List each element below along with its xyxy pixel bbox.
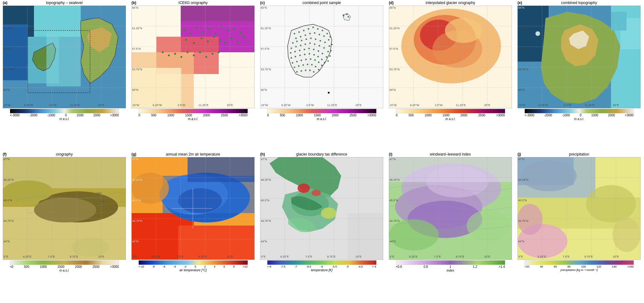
svg-point-126 [323,47,325,49]
colorbar-f-labels: <0 500 1000 1500 2000 2500 >3000 [10,265,119,268]
svg-point-377 [586,185,636,222]
top-row: (a) topography – sealevel [0,0,644,152]
colorbar-a: <-3000 -2000 -1000 0 1000 2000 >3000 m a… [3,109,126,121]
svg-text:20°E: 20°E [484,104,490,107]
colorbar-d-unit: m a.s.l. [445,117,455,121]
svg-text:57.5°N: 57.5°N [261,47,270,50]
svg-text:50°N: 50°N [3,88,10,91]
svg-point-135 [318,50,319,52]
svg-text:6.25°W: 6.25°W [281,104,291,107]
panel-h: (h) glacier boundary tas difference [257,152,386,272]
svg-text:57.5°N: 57.5°N [518,47,527,50]
svg-text:7.5°E: 7.5°E [48,255,55,258]
panel-a-label: (a) [3,1,7,5]
panel-b-label: (b) [131,1,136,5]
svg-point-157 [298,65,300,67]
colorbar-c-unit: m a.s.l. [317,117,327,121]
svg-text:61.25°N: 61.25°N [518,27,528,30]
map-f-svg: 2000 3000 47°N 46.25°N 45.5°N [3,157,126,260]
svg-rect-287 [188,157,255,182]
svg-text:8.75°E: 8.75°E [456,255,464,258]
map-b: 65°N 61.25°N 57.5°N 53.75°N 50°N 15°W 6.… [131,6,255,108]
svg-point-92 [298,31,300,33]
colorbar-j: <20 40 60 80 100 120 140 >160 precipitat… [518,260,641,272]
svg-rect-278 [10,260,119,265]
svg-text:6.25°E: 6.25°E [23,255,31,258]
svg-point-96 [317,28,319,30]
svg-text:44°N: 44°N [389,240,396,243]
svg-point-47 [185,39,187,41]
svg-text:2.5°W: 2.5°W [178,104,185,107]
svg-rect-8 [46,30,81,86]
svg-text:65°N: 65°N [3,6,10,9]
svg-text:47°N: 47°N [518,158,524,161]
svg-point-37 [184,30,185,31]
svg-point-154 [318,62,320,63]
svg-text:47°N: 47°N [132,158,138,161]
svg-point-101 [300,36,302,38]
svg-rect-282 [178,226,255,260]
svg-text:5°E: 5°E [390,255,394,258]
svg-text:5°E: 5°E [4,255,8,258]
panel-c-label: (c) [260,1,265,5]
svg-point-111 [301,40,303,41]
svg-point-168 [343,15,345,16]
svg-rect-398 [525,260,634,265]
svg-point-155 [321,65,323,66]
panel-h-title: glacier boundary tas difference [260,152,383,157]
colorbar-b-unit: m a.s.l. [188,117,198,121]
panel-f: (f) orography [0,152,129,272]
svg-text:5°E: 5°E [132,255,137,258]
panel-f-title: orography [3,152,126,157]
svg-text:61.25°N: 61.25°N [3,27,14,30]
panel-j-title: precipitation [518,152,641,157]
svg-text:46.25°N: 46.25°N [132,178,142,181]
svg-text:10°E: 10°E [613,255,619,258]
colorbar-c: 0 500 1000 1500 2000 2500 >3000 m a.s.l. [260,109,383,121]
colorbar-a-svg [10,109,119,113]
svg-point-132 [304,49,305,50]
svg-text:61.25°N: 61.25°N [261,27,271,30]
colorbar-g-unit: air temperature [°C] [179,268,207,272]
svg-text:11.25°E: 11.25°E [584,104,594,107]
svg-text:2.5°W: 2.5°W [564,104,571,107]
svg-text:2.5°W: 2.5°W [435,104,443,107]
svg-point-46 [240,31,241,33]
svg-text:65°N: 65°N [261,6,267,9]
svg-point-113 [310,38,312,39]
svg-point-129 [290,52,292,54]
svg-point-109 [292,42,294,44]
svg-text:11.25°E: 11.25°E [327,104,337,107]
svg-point-49 [201,37,203,39]
svg-text:47°N: 47°N [389,158,396,161]
svg-point-158 [303,64,304,66]
svg-text:6.25°E: 6.25°E [152,255,160,258]
map-a: 65°N 61.25°N 57.5°N 53.75°N 50°N 15°W 6.… [3,6,126,108]
svg-rect-339 [267,260,376,265]
svg-text:6.25°W: 6.25°W [153,104,162,107]
svg-rect-2 [3,24,28,80]
svg-point-51 [213,36,215,38]
svg-text:53.75°N: 53.75°N [261,68,271,71]
colorbar-i-unit: index [447,269,454,272]
svg-text:53.75°N: 53.75°N [3,68,14,71]
svg-text:15°W: 15°W [4,104,11,107]
colorbar-b: 0 500 1000 1500 2000 2500 >3000 m a.s.l. [131,109,255,121]
svg-point-348 [467,210,510,241]
svg-point-122 [305,44,306,45]
svg-point-118 [330,50,332,52]
svg-text:15°W: 15°W [261,104,268,107]
svg-text:20°E: 20°E [355,104,362,107]
svg-point-55 [236,40,238,42]
colorbar-h-unit: temperature [K] [311,268,332,272]
svg-rect-191 [267,109,376,113]
svg-text:10°E: 10°E [484,255,490,258]
colorbar-f-svg [10,260,119,265]
svg-point-95 [312,27,314,28]
colorbar-d-labels: 0 500 1000 1500 2000 2500 >3000 [396,114,505,117]
svg-text:8.75°E: 8.75°E [70,255,78,258]
panel-b: (b) ICE6G orography [129,0,257,121]
colorbar-g-svg [139,260,248,265]
panel-a-title: topography – sealevel [3,0,126,6]
svg-point-48 [193,42,195,44]
